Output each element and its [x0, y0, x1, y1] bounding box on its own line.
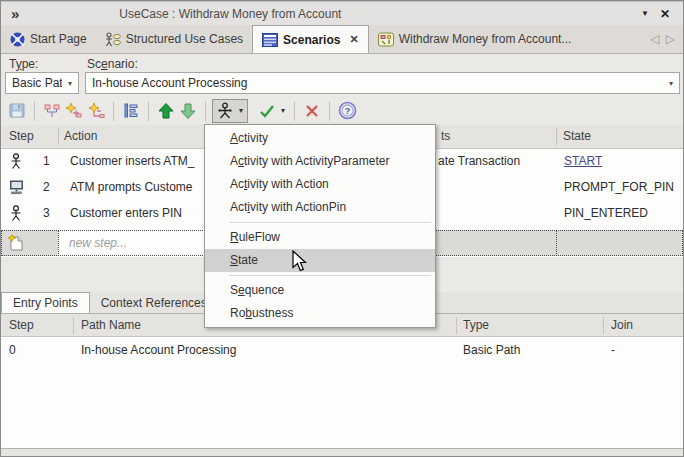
- step-action[interactable]: ATM prompts Custome: [70, 180, 192, 194]
- tab-context-references[interactable]: Context References: [90, 292, 219, 313]
- outline-numbering-button[interactable]: [120, 100, 142, 122]
- tab-nav-next-icon[interactable]: ▷: [666, 32, 675, 46]
- type-select[interactable]: Basic Path ▾: [5, 72, 79, 94]
- diagram-icon: [378, 32, 394, 47]
- menu-item-activity-with-actionpin[interactable]: Activity with ActionPin: [205, 196, 435, 219]
- step-number: 1: [43, 154, 50, 168]
- tab-label: Scenarios: [283, 33, 340, 47]
- help-button[interactable]: ?: [336, 100, 358, 122]
- scenarios-editor-window: » UseCase : Withdraw Money from Account …: [0, 0, 684, 457]
- step-number: 2: [43, 180, 50, 194]
- validate-dropdown-arrow[interactable]: ▾: [278, 106, 288, 115]
- tab-start-page[interactable]: Start Page: [1, 25, 96, 53]
- new-step-icon: [8, 234, 25, 252]
- save-icon: [8, 102, 26, 120]
- svg-text:?: ?: [344, 106, 350, 116]
- scenario-select[interactable]: In-house Account Processing ▾: [85, 72, 680, 94]
- column-divider[interactable]: [73, 317, 74, 334]
- column-header-action: Action: [64, 129, 97, 143]
- use-case-icon: [105, 32, 121, 47]
- chevron-down-icon[interactable]: ▾: [62, 79, 78, 88]
- entry-type: Basic Path: [463, 343, 520, 357]
- type-value: Basic Path: [6, 76, 62, 90]
- type-label: Type:: [9, 57, 38, 71]
- scenario-label: Scenario:: [87, 57, 138, 71]
- menu-item-ruleflow[interactable]: RuleFlow: [205, 226, 435, 249]
- bottom-strip: [1, 448, 683, 456]
- new-step-state-cell[interactable]: [556, 230, 683, 256]
- move-step-down-button[interactable]: [177, 100, 199, 122]
- entry-step: 0: [9, 343, 16, 357]
- add-step-icon: [65, 102, 83, 120]
- generate-diagram-dropdown-arrow[interactable]: ▾: [236, 106, 246, 115]
- toolbar-separator: [148, 101, 149, 121]
- column-header-step: Step: [9, 318, 34, 332]
- column-header-join: Join: [611, 318, 633, 332]
- menu-item-robustness[interactable]: Robustness: [205, 302, 435, 325]
- window-close-icon[interactable]: ✕: [655, 7, 675, 21]
- menu-item-sequence[interactable]: Sequence: [205, 279, 435, 302]
- start-page-icon: [10, 32, 25, 47]
- structure-icon: [43, 102, 61, 120]
- validate-button[interactable]: [256, 100, 278, 122]
- scenario-toolbar: ▾ ▾ ?: [1, 96, 683, 125]
- tab-close-icon[interactable]: ✕: [349, 33, 358, 46]
- step-state-link[interactable]: START: [564, 154, 602, 168]
- help-icon: ?: [338, 101, 357, 120]
- toolbar-separator: [205, 101, 206, 121]
- toolbar-separator: [329, 101, 330, 121]
- menu-item-activity-with-activityparameter[interactable]: Activity with ActivityParameter: [205, 150, 435, 173]
- window-title: UseCase : Withdraw Money from Account: [119, 7, 341, 21]
- menu-item-activity[interactable]: Activity: [205, 127, 435, 150]
- generate-diagram-button[interactable]: [214, 100, 236, 122]
- tab-label: Withdraw Money from Account...: [399, 32, 572, 46]
- column-divider[interactable]: [556, 128, 557, 145]
- step-state[interactable]: PROMPT_FOR_PIN: [564, 180, 674, 194]
- entry-join: -: [611, 343, 615, 357]
- menu-item-state[interactable]: State: [205, 249, 435, 272]
- save-button[interactable]: [6, 100, 28, 122]
- menu-item-activity-with-action[interactable]: Activity with Action: [205, 173, 435, 196]
- actor-icon: [8, 205, 24, 225]
- scenario-value: In-house Account Processing: [86, 76, 663, 90]
- column-header-type: Type: [463, 318, 489, 332]
- column-header-state: State: [563, 129, 591, 143]
- move-step-up-button[interactable]: [155, 100, 177, 122]
- mouse-cursor-icon: [292, 250, 309, 276]
- chevron-down-icon[interactable]: ▾: [663, 79, 679, 88]
- delete-step-button[interactable]: [301, 100, 323, 122]
- generate-structure-button[interactable]: [41, 100, 63, 122]
- window-menu-arrow-icon[interactable]: ▼: [635, 9, 655, 18]
- tab-structured-use-cases[interactable]: Structured Use Cases: [96, 25, 252, 53]
- column-header-results-fragment: ts: [441, 129, 450, 143]
- tab-withdraw-money[interactable]: Withdraw Money from Account...: [369, 25, 581, 53]
- check-icon: [258, 102, 276, 120]
- column-divider[interactable]: [456, 317, 457, 334]
- column-header-path-name: Path Name: [81, 318, 141, 332]
- outline-icon: [122, 102, 140, 120]
- toolbar-separator: [294, 101, 295, 121]
- add-child-step-button[interactable]: [85, 100, 107, 122]
- new-step-icon-cell[interactable]: [1, 230, 59, 256]
- generate-diagram-button-group: ▾: [212, 99, 248, 123]
- step-state[interactable]: PIN_ENTERED: [564, 206, 648, 220]
- document-tabbar: Start Page Structured Use Cases Scenario…: [1, 25, 683, 54]
- chevrons-right-icon[interactable]: »: [11, 5, 19, 22]
- toolbar-separator: [113, 101, 114, 121]
- entry-path-name: In-house Account Processing: [81, 343, 236, 357]
- step-action[interactable]: Customer inserts ATM_: [70, 154, 194, 168]
- arrow-up-icon: [157, 102, 175, 120]
- tab-nav-prev-icon[interactable]: ◁: [651, 32, 660, 46]
- menu-separator: [229, 275, 431, 276]
- entry-point-row[interactable]: 0 In-house Account Processing Basic Path…: [1, 337, 683, 363]
- actor-icon: [8, 153, 24, 173]
- tab-navigation: ◁ ▷: [651, 25, 683, 53]
- column-divider[interactable]: [58, 128, 59, 145]
- step-action[interactable]: Customer enters PIN: [70, 206, 182, 220]
- column-divider[interactable]: [603, 317, 604, 334]
- tab-scenarios[interactable]: Scenarios ✕: [252, 25, 369, 53]
- generate-diagram-menu: Activity Activity with ActivityParameter…: [204, 124, 436, 328]
- step-results-fragment[interactable]: ate Transaction: [438, 154, 520, 168]
- tab-entry-points[interactable]: Entry Points: [1, 292, 90, 313]
- add-sibling-step-button[interactable]: [63, 100, 85, 122]
